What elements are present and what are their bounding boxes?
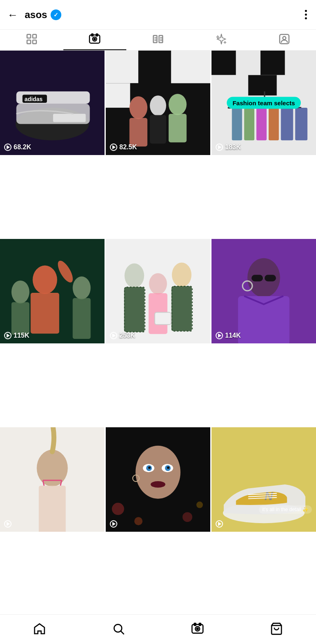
play-count-6: 114K [216, 332, 241, 339]
svg-point-96 [151, 481, 165, 488]
play-icon-8 [110, 520, 117, 528]
svg-rect-55 [295, 108, 307, 140]
play-count-5: 253K [110, 332, 135, 339]
reel-item-9[interactable]: N it's all in the detail ✨ [211, 427, 316, 532]
reel-visual-1: adidas [0, 51, 105, 155]
play-icon-7 [4, 520, 12, 528]
svg-rect-79 [265, 275, 276, 281]
svg-rect-42 [236, 51, 261, 75]
svg-rect-1 [33, 35, 36, 38]
play-icon-6 [216, 332, 223, 339]
grid-icon [26, 33, 38, 45]
svg-point-95 [167, 466, 170, 469]
svg-rect-64 [73, 298, 91, 339]
bottom-navigation [0, 614, 316, 644]
profile-tabs [0, 30, 316, 51]
svg-line-109 [121, 631, 124, 634]
play-count-4: 115K [4, 332, 29, 339]
svg-point-61 [12, 280, 30, 303]
play-count-2: 82.5K [110, 144, 137, 151]
svg-point-33 [130, 96, 148, 119]
play-icon-5 [110, 332, 117, 339]
tab-grid[interactable] [0, 33, 63, 50]
svg-rect-52 [256, 108, 267, 140]
reel-item-6[interactable]: 114K [211, 239, 316, 343]
svg-point-37 [169, 94, 187, 115]
svg-rect-38 [169, 114, 187, 142]
play-icon-9 [216, 520, 223, 528]
svg-rect-53 [269, 108, 279, 140]
svg-rect-44 [285, 51, 316, 75]
reel-visual-5 [106, 239, 210, 343]
svg-rect-43 [260, 51, 285, 75]
nav-shop[interactable] [237, 622, 316, 635]
svg-point-8 [94, 38, 96, 40]
articles-icon [152, 33, 164, 45]
play-icon-3 [216, 144, 223, 151]
svg-rect-29 [138, 51, 171, 83]
fashion-team-badge: Fashion team selects [227, 97, 301, 109]
reel-visual-7 [0, 427, 105, 532]
svg-rect-25 [53, 114, 86, 122]
svg-rect-77 [238, 296, 289, 343]
reel-item-1[interactable]: adidas 68.2K [0, 51, 105, 155]
svg-rect-2 [27, 40, 31, 44]
tab-reels[interactable] [63, 33, 127, 50]
reel-item-7[interactable] [0, 427, 105, 532]
svg-rect-78 [251, 275, 263, 281]
svg-point-100 [183, 512, 193, 522]
reel-item-2[interactable]: 82.5K [106, 51, 210, 155]
play-icon-2 [110, 144, 117, 151]
svg-rect-50 [232, 108, 242, 140]
sparkle-icon [215, 33, 228, 45]
reels-grid: adidas 68.2K [0, 51, 316, 614]
reel-visual-6 [211, 239, 316, 343]
tagged-icon [278, 33, 290, 45]
reel-item-4[interactable]: 115K [0, 239, 105, 343]
tab-articles[interactable] [126, 33, 190, 50]
play-count-7 [4, 520, 14, 528]
svg-text:adidas: adidas [25, 96, 43, 102]
reel-item-8[interactable] [106, 427, 210, 532]
svg-rect-47 [277, 75, 316, 96]
nav-reels[interactable] [158, 622, 237, 635]
header: ← asos ✓ [0, 0, 316, 30]
reel-visual-4 [0, 239, 105, 343]
svg-rect-72 [172, 286, 192, 331]
shop-icon [270, 622, 283, 635]
search-icon [112, 622, 125, 635]
reel-thumbnail-7 [0, 427, 105, 532]
reel-item-3[interactable]: Fashion team selects 183K [211, 51, 316, 155]
verified-badge: ✓ [51, 9, 61, 20]
reel-thumbnail-6 [211, 239, 316, 343]
more-options-button[interactable] [303, 8, 309, 21]
svg-rect-3 [33, 40, 36, 44]
nav-search[interactable] [79, 622, 158, 635]
svg-point-58 [33, 265, 57, 294]
reel-thumbnail-2 [106, 51, 210, 155]
back-button[interactable]: ← [7, 9, 18, 20]
play-icon-4 [4, 332, 12, 339]
svg-rect-45 [211, 75, 248, 96]
tab-explore[interactable] [190, 33, 253, 50]
svg-point-92 [148, 466, 151, 469]
svg-rect-84 [39, 486, 65, 532]
svg-point-101 [196, 502, 203, 508]
reel-thumbnail-1: adidas [0, 51, 105, 155]
svg-rect-31 [106, 83, 130, 108]
reels-nav-icon [191, 622, 204, 635]
play-count-1: 68.2K [4, 144, 31, 151]
svg-point-69 [149, 273, 167, 294]
svg-rect-51 [244, 108, 254, 140]
svg-point-108 [114, 624, 122, 632]
home-icon [33, 622, 46, 635]
reel-thumbnail-9: N [211, 427, 316, 532]
reel-visual-8 [106, 427, 210, 532]
svg-point-114 [197, 628, 198, 630]
reel-item-5[interactable]: 253K [106, 239, 210, 343]
svg-point-35 [150, 95, 166, 116]
tab-tagged[interactable] [253, 33, 316, 50]
reel-visual-9: N [211, 427, 316, 532]
nav-home[interactable] [0, 622, 79, 635]
svg-rect-67 [124, 287, 145, 332]
